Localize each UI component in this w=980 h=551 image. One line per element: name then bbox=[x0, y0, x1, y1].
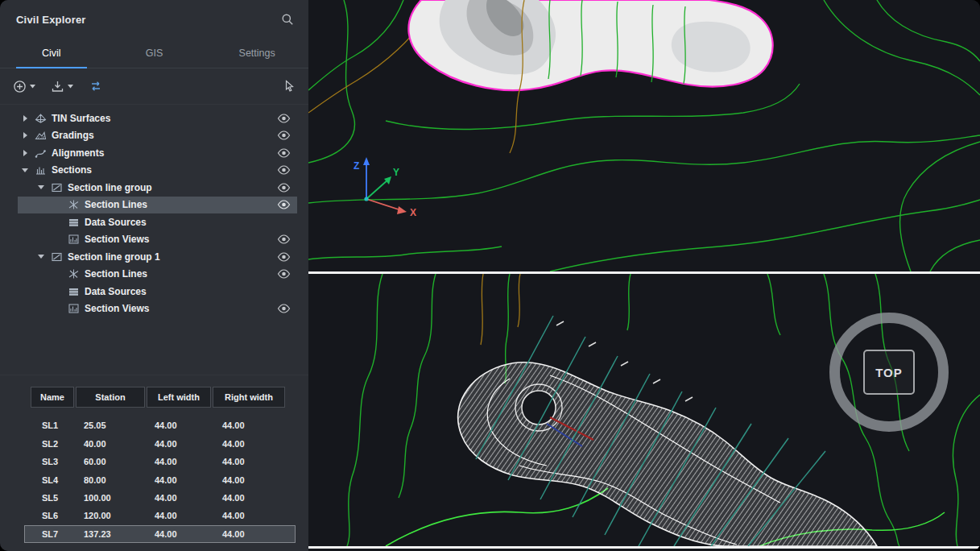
chevron-right-icon[interactable] bbox=[21, 114, 30, 122]
table-row[interactable]: SL2 40.00 44.00 44.00 bbox=[24, 435, 296, 453]
add-button[interactable] bbox=[13, 80, 36, 93]
tab-gis[interactable]: GIS bbox=[103, 39, 206, 68]
section-line-group-icon bbox=[51, 251, 63, 263]
tree-item-tin-surfaces[interactable]: TIN Surfaces bbox=[18, 110, 297, 127]
table-row[interactable]: SL3 60.00 44.00 44.00 bbox=[24, 453, 296, 470]
axis-z-label: Z bbox=[354, 160, 359, 172]
cell-station: 120.00 bbox=[72, 511, 143, 520]
select-cursor-button[interactable] bbox=[283, 80, 296, 93]
import-icon bbox=[51, 80, 64, 93]
tree-item-section-views[interactable]: Section Views bbox=[18, 231, 297, 249]
ucs-axis-icon: Z Y X bbox=[354, 157, 416, 218]
tin-surface-model bbox=[408, 0, 772, 90]
eye-icon[interactable] bbox=[277, 183, 291, 193]
search-icon bbox=[281, 13, 294, 26]
eye-icon[interactable] bbox=[277, 269, 291, 279]
search-button[interactable] bbox=[281, 13, 294, 26]
section-lines-icon bbox=[68, 268, 80, 280]
table-row[interactable]: SL6 120.00 44.00 44.00 bbox=[24, 507, 296, 524]
tree-item-section-line-group-1[interactable]: Section line group 1 bbox=[18, 248, 297, 266]
tree-item-alignments[interactable]: Alignments bbox=[18, 144, 297, 162]
tree-item-section-views[interactable]: Section Views bbox=[18, 300, 297, 318]
cell-name: SL6 bbox=[31, 511, 72, 520]
section-line-group-icon bbox=[51, 182, 63, 193]
tab-settings[interactable]: Settings bbox=[205, 39, 308, 68]
data-sources-icon bbox=[68, 286, 80, 297]
cell-left-width: 44.00 bbox=[143, 475, 211, 485]
sync-icon bbox=[89, 80, 103, 93]
cell-right-width: 44.00 bbox=[211, 493, 296, 503]
viewcube-top-face[interactable]: TOP bbox=[863, 350, 915, 395]
tree-item-label: TIN Surfaces bbox=[52, 113, 110, 124]
table-row-selected[interactable]: SL7 137.23 44.00 44.00 bbox=[24, 525, 296, 543]
sync-button[interactable] bbox=[89, 80, 103, 93]
top-view-canvas[interactable]: Z Y X bbox=[308, 0, 980, 271]
cell-left-width: 44.00 bbox=[143, 511, 211, 520]
tab-civil[interactable]: Civil bbox=[0, 39, 103, 68]
cell-right-width: 44.00 bbox=[211, 457, 296, 466]
chevron-right-icon[interactable] bbox=[21, 148, 30, 157]
panel-title: Civil Explorer bbox=[16, 14, 86, 26]
tree-item-label: Section Views bbox=[85, 234, 149, 245]
chevron-down-icon[interactable] bbox=[37, 252, 46, 261]
tab-label: Settings bbox=[239, 48, 275, 59]
viewport-bottom-border bbox=[308, 546, 980, 549]
eye-icon[interactable] bbox=[277, 252, 291, 262]
panel-header: Civil Explorer bbox=[0, 0, 308, 39]
cursor-arrow-icon bbox=[283, 80, 296, 93]
tree-item-section-lines[interactable]: Section Lines bbox=[18, 197, 297, 214]
tree-item-label: Data Sources bbox=[85, 286, 147, 297]
eye-icon[interactable] bbox=[277, 165, 291, 175]
import-button[interactable] bbox=[51, 80, 74, 93]
cell-station: 60.00 bbox=[72, 457, 143, 466]
cell-left-width: 44.00 bbox=[143, 439, 211, 449]
cell-name: SL2 bbox=[31, 439, 72, 449]
eye-icon[interactable] bbox=[277, 304, 291, 313]
column-header-name[interactable]: Name bbox=[31, 387, 74, 408]
tree-item-label: Section Views bbox=[85, 303, 149, 314]
panel-tabs: Civil GIS Settings bbox=[0, 39, 308, 68]
chevron-down-icon[interactable] bbox=[37, 183, 46, 192]
tree-item-section-line-group[interactable]: Section line group bbox=[18, 179, 297, 197]
tree-item-sections[interactable]: Sections bbox=[18, 162, 297, 180]
panel-spacer bbox=[0, 317, 308, 375]
panel-toolbar bbox=[0, 68, 308, 105]
eye-icon[interactable] bbox=[277, 148, 291, 158]
eye-icon[interactable] bbox=[277, 200, 291, 209]
axis-x-label: X bbox=[410, 207, 416, 218]
column-header-station[interactable]: Station bbox=[76, 387, 145, 408]
tree-item-data-sources[interactable]: Data Sources bbox=[18, 283, 297, 300]
table-row[interactable]: SL4 80.00 44.00 44.00 bbox=[24, 470, 296, 488]
chevron-right-icon[interactable] bbox=[21, 131, 30, 140]
eye-icon[interactable] bbox=[277, 234, 291, 244]
eye-icon[interactable] bbox=[277, 114, 291, 123]
chevron-down-icon bbox=[29, 84, 36, 89]
table-body: SL1 25.05 44.00 44.00 SL2 40.00 44.00 44… bbox=[0, 416, 308, 543]
column-header-left-width[interactable]: Left width bbox=[147, 387, 211, 408]
cell-right-width: 44.00 bbox=[211, 439, 296, 449]
axis-y-label: Y bbox=[393, 167, 399, 178]
viewcube[interactable]: TOP bbox=[829, 313, 949, 432]
section-views-icon bbox=[68, 303, 80, 314]
cell-station: 40.00 bbox=[72, 439, 143, 449]
eye-icon[interactable] bbox=[277, 130, 291, 140]
tree-item-label: Sections bbox=[52, 164, 92, 176]
tab-label: GIS bbox=[146, 48, 163, 59]
data-sources-icon bbox=[68, 217, 80, 228]
add-circle-icon bbox=[13, 80, 27, 93]
chevron-down-icon[interactable] bbox=[21, 166, 30, 175]
tree-item-data-sources[interactable]: Data Sources bbox=[18, 213, 297, 231]
cell-station: 137.23 bbox=[72, 529, 143, 539]
column-header-right-width[interactable]: Right width bbox=[213, 387, 285, 408]
table-row[interactable]: SL1 25.05 44.00 44.00 bbox=[24, 416, 296, 434]
cell-right-width: 44.00 bbox=[211, 511, 296, 520]
cell-station: 80.00 bbox=[72, 475, 143, 485]
tin-surfaces-icon bbox=[35, 113, 47, 124]
tree-item-section-lines[interactable]: Section Lines bbox=[18, 266, 297, 284]
drawing-viewport[interactable]: Z Y X bbox=[308, 0, 980, 551]
tree-item-label: Gradings bbox=[52, 130, 94, 141]
cell-name: SL4 bbox=[31, 475, 72, 485]
cell-name: SL5 bbox=[31, 493, 72, 503]
tree-item-gradings[interactable]: Gradings bbox=[18, 127, 297, 145]
table-row[interactable]: SL5 100.00 44.00 44.00 bbox=[24, 489, 296, 507]
